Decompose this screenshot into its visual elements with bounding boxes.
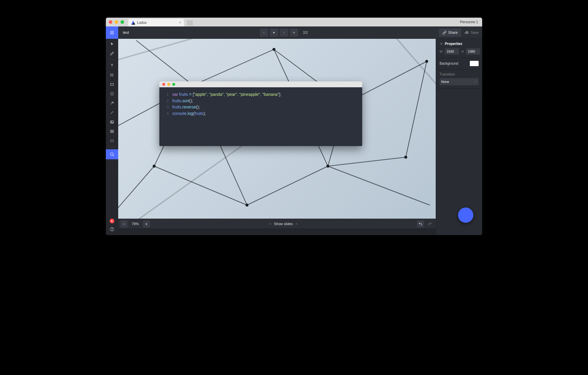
show-slides-label: Show slides (274, 222, 293, 226)
next-slide-button[interactable] (280, 29, 288, 37)
list-icon (110, 73, 114, 77)
svg-line-33 (247, 166, 328, 205)
svg-line-14 (111, 102, 113, 104)
browser-tab[interactable]: Ludus × (128, 19, 184, 26)
toolbar-separator (108, 59, 116, 60)
new-tab-button[interactable] (187, 20, 193, 26)
text-tool[interactable] (108, 62, 116, 69)
svg-point-13 (111, 92, 113, 95)
prev-slide-button[interactable] (260, 29, 268, 37)
svg-point-9 (110, 74, 111, 74)
zoom-level[interactable]: 76% (130, 222, 141, 226)
code-window-close-icon (162, 83, 165, 86)
code-block[interactable]: 1var fruits = ["apple", "panda", "pear",… (159, 81, 362, 146)
video-tool[interactable] (108, 128, 116, 135)
image-tool[interactable] (108, 118, 116, 125)
background-color-swatch[interactable] (470, 61, 479, 66)
video-icon (110, 129, 114, 133)
svg-line-24 (118, 39, 238, 61)
chrome-profile-label[interactable]: Personne 1 (459, 20, 479, 24)
height-input[interactable] (466, 48, 480, 55)
ellipse-tool[interactable] (108, 90, 116, 97)
zoom-in-button[interactable]: + (143, 220, 150, 227)
header-actions: Share Save (439, 29, 479, 37)
share-button[interactable]: Share (439, 29, 461, 37)
bottom-strip (118, 229, 436, 235)
code-line: 4console.log(fruits); (165, 111, 357, 117)
save-button[interactable]: Save (464, 30, 479, 35)
braces-icon (110, 139, 114, 143)
chevron-right-icon (283, 31, 285, 34)
svg-point-47 (245, 204, 248, 207)
properties-panel: Properties W H Background Transition (436, 39, 482, 235)
pencil-icon (110, 51, 114, 56)
circle-icon (110, 92, 114, 96)
document-title[interactable]: test (123, 30, 129, 35)
app-header: test 2/2 Share (106, 26, 482, 39)
left-toolbar: 6 (106, 39, 118, 235)
cloud-icon (464, 30, 469, 35)
close-tab-icon[interactable]: × (179, 21, 181, 25)
canvas-footer: − 76% + Show slides (118, 219, 436, 229)
code-tool[interactable] (108, 137, 116, 144)
canvas-area: 1var fruits = ["apple", "panda", "pear",… (118, 39, 436, 235)
svg-line-21 (113, 155, 114, 156)
width-input[interactable] (445, 48, 459, 55)
svg-marker-19 (111, 131, 113, 132)
svg-line-25 (388, 39, 436, 97)
svg-line-32 (154, 166, 247, 205)
list-tool[interactable] (108, 71, 116, 78)
svg-line-41 (118, 166, 154, 211)
undo-button[interactable] (417, 220, 424, 227)
svg-point-50 (441, 43, 442, 44)
add-slide-button[interactable] (290, 29, 298, 37)
redo-icon (428, 222, 432, 226)
slide-nav-controls: 2/2 (260, 29, 308, 37)
window-maximize-button[interactable] (121, 20, 124, 24)
code-line: 1var fruits = ["apple", "panda", "pear",… (165, 91, 357, 98)
show-slides-toggle[interactable]: Show slides (269, 222, 298, 226)
window-minimize-button[interactable] (115, 20, 118, 24)
rectangle-tool[interactable] (108, 81, 116, 88)
redo-button[interactable] (426, 220, 433, 227)
notifications-badge[interactable]: 6 (110, 219, 114, 223)
slide-canvas[interactable]: 1var fruits = ["apple", "panda", "pear",… (118, 39, 436, 219)
svg-marker-3 (273, 31, 275, 34)
cursor-icon (110, 42, 114, 46)
background-label: Background (440, 61, 458, 66)
select-tool[interactable] (108, 41, 116, 48)
arrow-tool[interactable] (108, 100, 116, 107)
height-label: H (461, 50, 464, 53)
notification-count: 6 (111, 220, 113, 223)
svg-point-20 (110, 153, 113, 155)
window-close-button[interactable] (109, 20, 112, 24)
svg-point-43 (273, 48, 275, 51)
menu-icon (109, 30, 115, 35)
svg-line-37 (406, 61, 427, 157)
svg-point-48 (326, 165, 329, 168)
svg-point-46 (153, 165, 156, 168)
gear-icon (440, 42, 443, 46)
play-presentation-button[interactable] (270, 29, 278, 37)
help-button[interactable] (108, 226, 116, 233)
code-window-min-icon (167, 83, 170, 86)
square-icon (110, 82, 114, 86)
zoom-out-button[interactable]: − (121, 220, 128, 227)
main-menu-button[interactable] (106, 26, 118, 39)
pen-tool[interactable] (108, 50, 116, 57)
svg-point-49 (404, 156, 407, 159)
chevron-left-icon (263, 31, 265, 34)
transition-select[interactable]: None (440, 78, 479, 85)
svg-point-10 (110, 75, 111, 75)
svg-line-27 (136, 40, 193, 85)
search-tool[interactable] (106, 149, 118, 159)
svg-line-28 (193, 49, 274, 85)
browser-tab-title: Ludus (137, 21, 147, 25)
line-tool[interactable] (108, 109, 116, 116)
fab-button[interactable] (458, 207, 473, 223)
transition-label: Transition (440, 72, 479, 76)
svg-point-17 (111, 121, 112, 122)
code-body: 1var fruits = ["apple", "panda", "pear",… (159, 87, 362, 146)
chevron-up-icon (269, 222, 272, 225)
chrome-tabbar: Ludus × Personne 1 (106, 18, 482, 26)
